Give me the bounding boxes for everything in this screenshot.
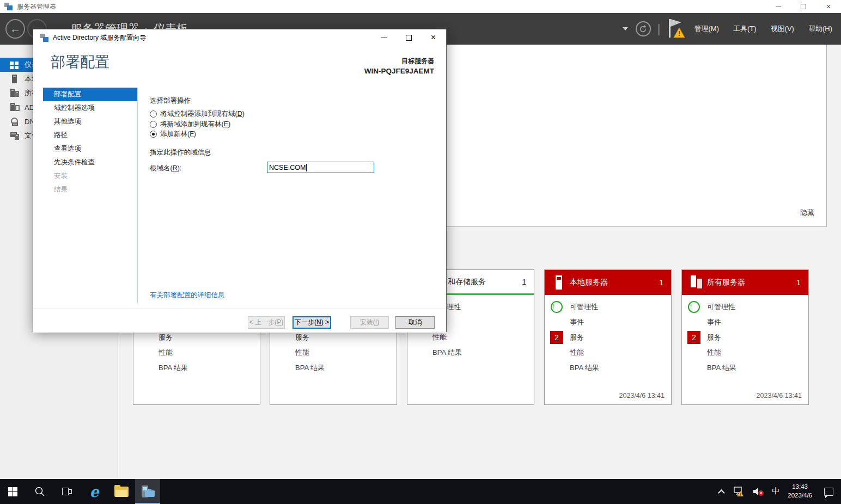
step-paths: 路径 bbox=[43, 128, 137, 142]
tile-link-bpa[interactable]: BPA 结果 bbox=[707, 363, 736, 373]
install-button: 安装(I) bbox=[350, 316, 389, 329]
clock-date: 2023/4/6 bbox=[788, 491, 812, 500]
close-icon: × bbox=[826, 3, 831, 10]
menu-manage[interactable]: 管理(M) bbox=[694, 24, 720, 34]
server-manager-app-icon bbox=[4, 3, 13, 10]
taskbar: e ! × 中 13:43 2 bbox=[0, 479, 841, 504]
tray-expand-button[interactable] bbox=[716, 479, 729, 504]
radio-add-dc-existing-domain[interactable]: 将域控制器添加到现有域(D) bbox=[150, 109, 245, 119]
maximize-button[interactable] bbox=[791, 0, 816, 13]
svg-text:×: × bbox=[760, 490, 763, 496]
tile-row: BPA 结果 bbox=[270, 360, 397, 376]
action-center-button[interactable] bbox=[816, 479, 841, 504]
refresh-button[interactable] bbox=[636, 21, 651, 36]
target-server-name: WIN-PQJFE9JAEMT bbox=[364, 67, 434, 75]
wizard-icon bbox=[40, 34, 48, 42]
tile-link-events[interactable]: 事件 bbox=[570, 317, 584, 327]
header-divider: | bbox=[657, 22, 661, 36]
tile-title[interactable]: 本地服务器 bbox=[570, 278, 608, 287]
dialog-minimize-button[interactable] bbox=[372, 29, 397, 46]
maximize-icon bbox=[801, 4, 806, 9]
step-review-options: 查看选项 bbox=[43, 142, 137, 156]
tile-link-services[interactable]: 服务 bbox=[707, 333, 721, 342]
clock-time: 13:43 bbox=[788, 483, 812, 491]
step-deployment-config: 部署配置 bbox=[43, 88, 137, 101]
local-server-icon bbox=[10, 75, 20, 83]
services-count-badge: 2 bbox=[687, 331, 700, 344]
minimize-icon bbox=[381, 38, 387, 38]
close-button[interactable]: × bbox=[816, 0, 841, 13]
tile-row: 性能 bbox=[133, 345, 260, 360]
root-domain-label: 根域名(R): bbox=[150, 164, 181, 173]
deployment-config-details-link[interactable]: 有关部署配置的详细信息 bbox=[150, 291, 225, 300]
tile-link-bpa[interactable]: BPA 结果 bbox=[159, 363, 188, 373]
tile-link-manageability[interactable]: 可管理性 bbox=[570, 302, 598, 312]
target-server-block: 目标服务器 WIN-PQJFE9JAEMT bbox=[364, 57, 434, 75]
menu-help[interactable]: 帮助(H) bbox=[808, 24, 832, 34]
dialog-close-button[interactable]: × bbox=[421, 29, 446, 46]
task-view-icon bbox=[62, 488, 72, 495]
tile-link-performance[interactable]: 性能 bbox=[159, 348, 173, 358]
root-domain-input[interactable]: NCSE.COM bbox=[267, 162, 374, 173]
tile-link-services[interactable]: 服务 bbox=[570, 333, 584, 342]
internet-explorer-button[interactable]: e bbox=[82, 479, 107, 504]
tile-link-performance[interactable]: 性能 bbox=[570, 348, 584, 358]
tile-row: 性能 bbox=[682, 345, 808, 360]
tile-link-manageability[interactable]: 可管理性 bbox=[707, 302, 735, 312]
dns-icon bbox=[10, 117, 20, 126]
tile-link-bpa[interactable]: BPA 结果 bbox=[570, 363, 599, 373]
step-additional-options: 其他选项 bbox=[43, 115, 137, 128]
network-warning-icon: ! bbox=[733, 486, 745, 497]
domain-info-label: 指定此操作的域信息 bbox=[150, 148, 211, 157]
task-view-button[interactable] bbox=[54, 479, 80, 504]
windows-logo-icon bbox=[8, 487, 17, 496]
ime-indicator[interactable]: 中 bbox=[768, 479, 783, 504]
tile-link-performance[interactable]: 性能 bbox=[295, 348, 309, 358]
tile-all-servers: 所有服务器 1 ↑可管理性 事件 2服务 性能 BPA 结果 2023/4/6 … bbox=[681, 269, 809, 405]
tile-link-services[interactable]: 服务 bbox=[159, 333, 173, 342]
tile-link-events[interactable]: 事件 bbox=[707, 317, 721, 327]
tile-title[interactable]: 所有服务器 bbox=[707, 278, 745, 287]
step-results: 结果 bbox=[43, 183, 137, 196]
tile-link-bpa[interactable]: BPA 结果 bbox=[295, 363, 325, 373]
tile-link-performance[interactable]: 性能 bbox=[707, 348, 721, 358]
menu-tools[interactable]: 工具(T) bbox=[733, 24, 757, 34]
wizard-steps: 部署配置 域控制器选项 其他选项 路径 查看选项 先决条件检查 安装 结果 bbox=[43, 88, 138, 303]
radio-add-domain-existing-forest[interactable]: 将新域添加到现有林(E) bbox=[150, 119, 230, 129]
notifications-flag-button[interactable]: ! bbox=[666, 18, 686, 40]
tile-row: BPA 结果 bbox=[682, 360, 808, 376]
all-servers-icon bbox=[10, 89, 20, 97]
next-button[interactable]: 下一步(N) > bbox=[292, 316, 331, 329]
menu-view[interactable]: 视图(V) bbox=[771, 24, 794, 34]
cancel-button[interactable]: 取消 bbox=[395, 316, 435, 329]
taskbar-search-button[interactable] bbox=[27, 479, 52, 504]
file-storage-icon bbox=[10, 131, 20, 140]
radio-selected-icon bbox=[150, 131, 157, 138]
network-status-button[interactable]: ! bbox=[729, 479, 748, 504]
manageability-up-icon: ↑ bbox=[688, 301, 700, 313]
dialog-maximize-button[interactable] bbox=[397, 29, 421, 46]
radio-add-new-forest[interactable]: 添加新林(F) bbox=[150, 129, 196, 139]
back-button[interactable]: ← bbox=[5, 19, 25, 39]
tile-link-bpa[interactable]: BPA 结果 bbox=[432, 348, 462, 358]
tile-link-services[interactable]: 服务 bbox=[295, 333, 309, 342]
server-manager-taskbar-button[interactable] bbox=[135, 479, 160, 504]
minimize-button[interactable] bbox=[766, 0, 791, 13]
select-deploy-operation-label: 选择部署操作 bbox=[150, 96, 191, 106]
tile-link-performance[interactable]: 性能 bbox=[432, 333, 447, 342]
dialog-titlebar[interactable]: Active Directory 域服务配置向导 × bbox=[33, 29, 446, 46]
tile-row: 2服务 bbox=[545, 330, 671, 345]
chevron-down-icon[interactable] bbox=[623, 27, 628, 30]
taskbar-clock[interactable]: 13:43 2023/4/6 bbox=[783, 479, 816, 504]
close-icon: × bbox=[431, 33, 436, 42]
tile-local-server: 本地服务器 1 ↑可管理性 事件 2服务 性能 BPA 结果 2023/4/6 … bbox=[544, 269, 672, 405]
hide-link[interactable]: 隐藏 bbox=[800, 208, 814, 218]
minimize-icon bbox=[776, 7, 781, 7]
chevron-up-icon bbox=[718, 489, 725, 496]
tile-row: 性能 bbox=[270, 345, 397, 360]
tile-count: 1 bbox=[522, 278, 526, 286]
volume-button[interactable]: × bbox=[748, 479, 768, 504]
step-installation: 安装 bbox=[43, 169, 137, 183]
start-button[interactable] bbox=[0, 479, 25, 504]
file-explorer-button[interactable] bbox=[109, 479, 134, 504]
